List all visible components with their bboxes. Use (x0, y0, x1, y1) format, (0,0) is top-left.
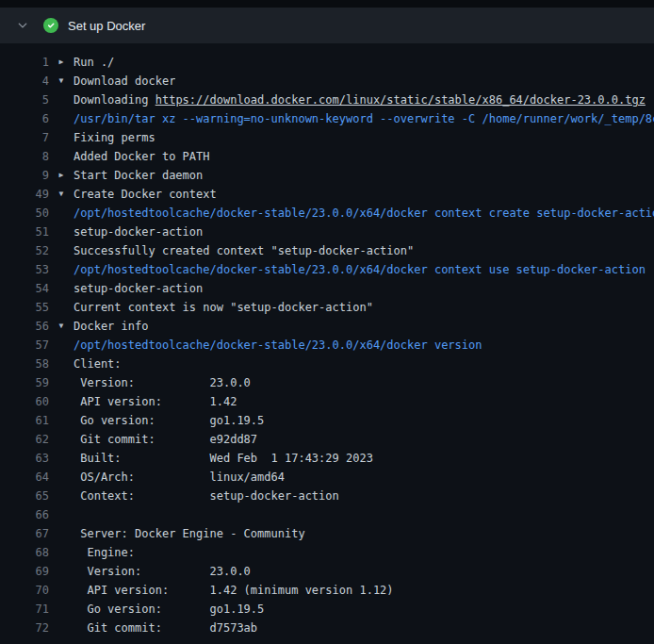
line-number[interactable]: 70 (0, 581, 49, 600)
log-line: 69 Version: 23.0.0 (0, 562, 654, 581)
log-line: 57/opt/hostedtoolcache/docker-stable/23.… (0, 336, 654, 355)
log-segment: Client: (74, 357, 122, 371)
log-segment: Go version: go1.19.5 (74, 603, 264, 616)
line-number[interactable]: 72 (0, 619, 49, 637)
arrow-spacer (49, 487, 74, 505)
arrow-spacer (49, 449, 74, 468)
line-number[interactable]: 68 (0, 543, 49, 562)
log-segment: Engine: (74, 546, 135, 559)
line-number[interactable]: 67 (0, 524, 49, 543)
log-text: Current context is now "setup-docker-act… (74, 298, 373, 317)
log-line: 65 Context: setup-docker-action (0, 487, 654, 505)
line-number[interactable]: 55 (0, 298, 49, 317)
log-container: 1▶Run ./4▼Download docker5Downloading ht… (0, 43, 654, 637)
log-text: Context: setup-docker-action (74, 487, 339, 505)
log-line: 51setup-docker-action (0, 223, 654, 241)
log-segment: Successfully created context "setup-dock… (74, 244, 414, 257)
arrow-spacer (49, 260, 74, 279)
top-strip (0, 0, 654, 8)
log-text: OS/Arch: linux/amd64 (74, 468, 285, 487)
log-line: 68 Engine: (0, 543, 654, 562)
log-line: 49▼Create Docker context (0, 185, 654, 204)
log-line: 50/opt/hostedtoolcache/docker-stable/23.… (0, 204, 654, 223)
log-line: 70 API version: 1.42 (minimum version 1.… (0, 581, 654, 600)
line-number[interactable]: 57 (0, 336, 49, 355)
line-number[interactable]: 59 (0, 373, 49, 392)
arrow-spacer (49, 279, 74, 298)
line-number[interactable]: 61 (0, 411, 49, 430)
log-line: 4▼Download docker (0, 72, 654, 91)
arrow-spacer (49, 336, 74, 355)
line-number[interactable]: 63 (0, 449, 49, 468)
line-number[interactable]: 65 (0, 487, 49, 505)
line-number[interactable]: 50 (0, 204, 49, 223)
log-segment: Current context is now "setup-docker-act… (74, 301, 373, 314)
log-text: Create Docker context (74, 185, 217, 204)
log-text: Docker info (74, 317, 148, 336)
line-number[interactable]: 60 (0, 392, 49, 411)
log-segment: /usr/bin/tar xz --warning=no-unknown-key… (74, 112, 654, 125)
log-line: 52Successfully created context "setup-do… (0, 241, 654, 260)
log-text: /usr/bin/tar xz --warning=no-unknown-key… (74, 109, 654, 128)
line-number[interactable]: 5 (0, 91, 49, 109)
log-text: Fixing perms (74, 128, 155, 147)
chevron-down-icon[interactable] (15, 18, 30, 33)
arrow-spacer (49, 600, 74, 619)
log-text: Download docker (74, 72, 175, 91)
expand-group-icon[interactable]: ▶ (49, 53, 74, 72)
log-segment: API version: 1.42 (minimum version 1.12) (74, 584, 394, 597)
log-text: API version: 1.42 (74, 392, 237, 411)
arrow-spacer (49, 147, 74, 166)
log-text: Git commit: e92dd87 (74, 430, 257, 449)
log-segment: Create Docker context (74, 188, 217, 201)
log-line: 63 Built: Wed Feb 1 17:43:29 2023 (0, 449, 654, 468)
line-number[interactable]: 8 (0, 147, 49, 166)
line-number[interactable]: 69 (0, 562, 49, 581)
line-number[interactable]: 52 (0, 241, 49, 260)
line-number[interactable]: 71 (0, 600, 49, 619)
arrow-spacer (49, 91, 74, 109)
log-line: 5Downloading https://download.docker.com… (0, 91, 654, 109)
line-number[interactable]: 9 (0, 166, 49, 185)
line-number[interactable]: 58 (0, 355, 49, 373)
arrow-spacer (49, 524, 74, 543)
line-number[interactable]: 7 (0, 128, 49, 147)
log-segment: Fixing perms (74, 131, 155, 144)
log-line: 59 Version: 23.0.0 (0, 373, 654, 392)
log-text: Successfully created context "setup-dock… (74, 241, 414, 260)
line-number[interactable]: 49 (0, 185, 49, 204)
log-segment: Context: setup-docker-action (74, 489, 339, 503)
log-link[interactable]: https://download.docker.com/linux/static… (155, 93, 646, 107)
line-number[interactable]: 64 (0, 468, 49, 487)
line-number[interactable]: 56 (0, 317, 49, 336)
line-number[interactable]: 62 (0, 430, 49, 449)
collapse-group-icon[interactable]: ▼ (49, 185, 74, 204)
collapse-group-icon[interactable]: ▼ (49, 317, 74, 336)
log-text: Git commit: d7573ab (74, 619, 257, 637)
log-line: 9▶Start Docker daemon (0, 166, 654, 185)
arrow-spacer (49, 298, 74, 317)
log-segment: /opt/hostedtoolcache/docker-stable/23.0.… (74, 339, 482, 352)
line-number[interactable]: 66 (0, 505, 49, 524)
line-number[interactable]: 54 (0, 279, 49, 298)
log-segment: Downloading (74, 93, 155, 107)
log-text: Run ./ (74, 53, 114, 72)
line-number[interactable]: 53 (0, 260, 49, 279)
log-line: 66 (0, 505, 654, 524)
step-header[interactable]: Set up Docker (0, 8, 654, 43)
arrow-spacer (49, 581, 74, 600)
line-number[interactable]: 6 (0, 109, 49, 128)
log-text: /opt/hostedtoolcache/docker-stable/23.0.… (74, 336, 482, 355)
log-segment: /opt/hostedtoolcache/docker-stable/23.0.… (74, 263, 646, 276)
arrow-spacer (49, 241, 74, 260)
line-number[interactable]: 4 (0, 72, 49, 91)
log-segment: Version: 23.0.0 (74, 565, 251, 578)
collapse-group-icon[interactable]: ▼ (49, 72, 74, 91)
line-number[interactable]: 1 (0, 53, 49, 72)
log-text: Start Docker daemon (74, 166, 203, 185)
line-number[interactable]: 51 (0, 223, 49, 241)
log-line: 8Added Docker to PATH (0, 147, 654, 166)
expand-group-icon[interactable]: ▶ (49, 166, 74, 185)
arrow-spacer (49, 392, 74, 411)
log-text: API version: 1.42 (minimum version 1.12) (74, 581, 394, 600)
